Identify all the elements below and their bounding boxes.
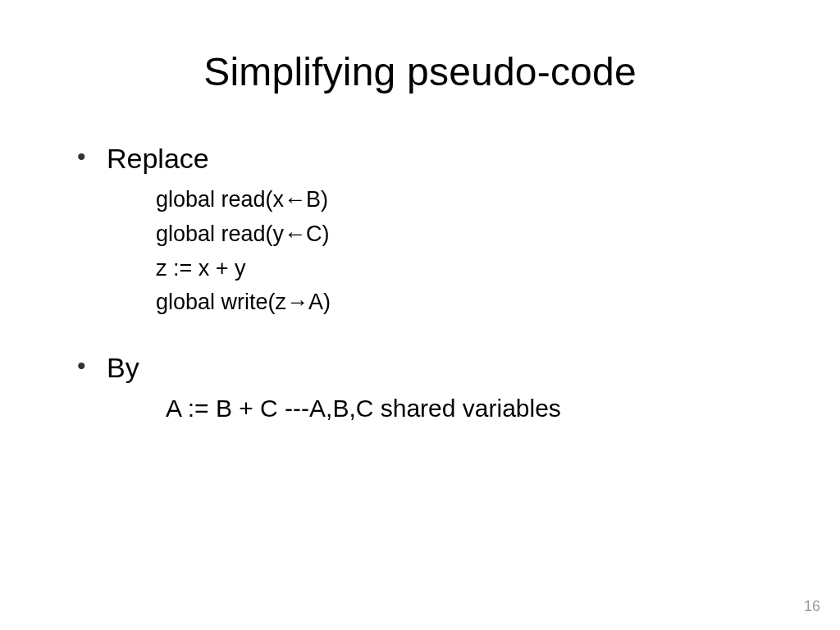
bullet-replace: Replace global read(x←B) global read(y←C… [77,140,783,320]
code-line-1: global read(x←B) [156,183,783,217]
arrow-left-icon: ← [284,221,306,246]
code-line-2-post: C) [306,221,330,246]
code-line-1-pre: global read(x [156,187,284,212]
bullet-by: By A := B + C ---A,B,C shared variables [77,349,783,425]
code-line-2: global read(y←C) [156,217,783,252]
bullets-list: Replace global read(x←B) global read(y←C… [57,140,783,426]
slide-title: Simplifying pseudo-code [57,49,783,94]
code-line-3: z := x + y [156,252,783,286]
bullet-replace-label: Replace [107,143,209,174]
pseudocode-after: A := B + C ---A,B,C shared variables [166,392,783,426]
slide: Simplifying pseudo-code Replace global r… [0,0,840,630]
result-line: A := B + C ---A,B,C shared variables [166,395,561,422]
code-line-4-pre: global write(z [156,290,286,314]
code-line-4: global write(z→A) [156,285,783,320]
arrow-left-icon: ← [284,187,306,212]
code-line-4-post: A) [308,290,331,314]
code-line-1-post: B) [306,187,328,212]
code-line-2-pre: global read(y [156,221,284,246]
pseudocode-before: global read(x←B) global read(y←C) z := x… [156,183,783,320]
arrow-right-icon: → [286,290,308,314]
bullet-by-label: By [107,352,139,383]
page-number: 16 [804,598,820,615]
